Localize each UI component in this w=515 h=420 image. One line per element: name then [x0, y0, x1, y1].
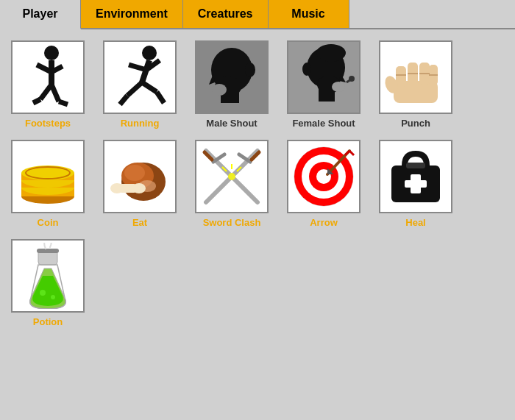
svg-point-81	[51, 295, 55, 299]
sound-item-running[interactable]: Running	[99, 40, 180, 129]
punch-icon	[383, 44, 449, 110]
arrow-label: Arrow	[310, 217, 338, 228]
svg-line-10	[129, 65, 146, 70]
coin-label: Coin	[38, 217, 59, 228]
potion-icon-box	[11, 239, 85, 313]
svg-rect-76	[406, 163, 425, 168]
female-shout-label: Female Shout	[292, 118, 355, 129]
svg-line-5	[52, 85, 59, 102]
running-icon	[107, 44, 173, 110]
sword-clash-label: Sword Clash	[203, 217, 261, 228]
tab-creatures[interactable]: Creatures	[183, 0, 269, 28]
sound-item-coin[interactable]: Coin	[7, 140, 88, 228]
potion-icon	[15, 243, 81, 309]
running-label: Running	[121, 118, 160, 129]
svg-line-15	[157, 92, 164, 103]
svg-point-23	[316, 44, 346, 62]
svg-point-19	[245, 63, 255, 77]
arrow-icon	[291, 143, 357, 210]
tab-environment[interactable]: Environment	[81, 0, 183, 28]
sound-item-heal[interactable]: Heal	[375, 140, 456, 228]
svg-point-51	[124, 165, 145, 181]
sound-item-punch[interactable]: Punch	[375, 40, 456, 129]
svg-point-62	[228, 173, 235, 180]
tab-bar: Player Environment Creatures Music	[0, 0, 515, 29]
svg-point-0	[44, 46, 59, 60]
male-shout-icon-box	[195, 40, 269, 114]
svg-rect-27	[319, 88, 335, 102]
svg-line-74	[349, 151, 354, 155]
sound-item-eat[interactable]: Eat	[99, 140, 180, 228]
svg-point-80	[40, 290, 46, 296]
sound-item-male-shout[interactable]: Male Shout	[191, 40, 272, 129]
svg-line-12	[127, 82, 142, 96]
svg-line-13	[142, 82, 157, 92]
svg-line-6	[33, 99, 40, 103]
eat-icon	[107, 143, 173, 210]
sound-item-potion[interactable]: Potion	[7, 239, 88, 327]
punch-label: Punch	[401, 118, 430, 129]
punch-icon-box	[379, 40, 452, 114]
footsteps-icon-box	[11, 40, 85, 114]
eat-label: Eat	[132, 217, 147, 228]
svg-point-54	[110, 183, 124, 193]
coin-icon	[15, 143, 81, 210]
female-shout-icon	[291, 44, 357, 110]
male-shout-label: Male Shout	[206, 118, 257, 129]
female-shout-icon-box	[287, 40, 360, 114]
svg-point-21	[212, 84, 227, 96]
svg-rect-82	[37, 249, 59, 253]
heal-icon	[383, 143, 449, 210]
coin-icon-box	[11, 140, 85, 213]
sound-item-sword-clash[interactable]: Sword Clash	[191, 140, 272, 228]
footsteps-icon	[15, 44, 81, 110]
svg-point-55	[132, 183, 146, 193]
potion-label: Potion	[33, 316, 63, 327]
sound-grid: Footsteps Running	[0, 29, 515, 338]
sword-clash-icon-box	[195, 140, 269, 213]
svg-line-14	[120, 96, 127, 104]
heal-icon-box	[379, 140, 452, 213]
tab-player[interactable]: Player	[0, 0, 81, 29]
sword-clash-icon	[199, 143, 265, 210]
svg-rect-32	[396, 66, 406, 87]
heal-label: Heal	[405, 217, 425, 228]
running-icon-box	[103, 40, 177, 114]
sound-item-footsteps[interactable]: Footsteps	[7, 40, 88, 129]
male-shout-icon	[199, 44, 265, 110]
eat-icon-box	[103, 140, 177, 213]
svg-point-28	[332, 82, 345, 92]
svg-point-30	[349, 76, 355, 82]
arrow-icon-box	[287, 140, 360, 213]
svg-rect-78	[405, 180, 427, 188]
svg-point-8	[142, 46, 157, 60]
svg-line-7	[59, 102, 68, 104]
sound-item-female-shout[interactable]: Female Shout	[283, 40, 364, 129]
tab-music[interactable]: Music	[269, 0, 349, 28]
footsteps-label: Footsteps	[25, 118, 71, 129]
sound-item-arrow[interactable]: Arrow	[283, 140, 364, 228]
svg-point-26	[302, 63, 311, 76]
